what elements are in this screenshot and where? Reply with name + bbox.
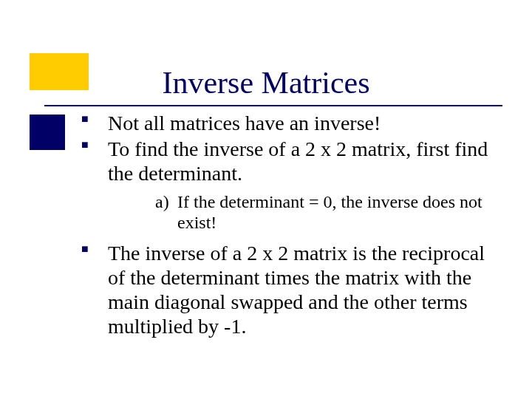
slide-content: Not all matrices have an inverse! To fin… bbox=[81, 111, 495, 340]
bullet-text: Not all matrices have an inverse! bbox=[108, 112, 381, 134]
bullet-item: To find the inverse of a 2 x 2 matrix, f… bbox=[81, 137, 495, 233]
sub-text: If the determinant = 0, the inverse does… bbox=[177, 191, 495, 233]
bullet-text: The inverse of a 2 x 2 matrix is the rec… bbox=[108, 242, 485, 338]
sub-item: a) If the determinant = 0, the inverse d… bbox=[155, 191, 495, 233]
bullet-item: Not all matrices have an inverse! bbox=[81, 111, 495, 135]
sub-list: a) If the determinant = 0, the inverse d… bbox=[155, 191, 495, 233]
sub-marker: a) bbox=[155, 191, 177, 233]
bullet-text: To find the inverse of a 2 x 2 matrix, f… bbox=[108, 137, 488, 185]
bullet-list: Not all matrices have an inverse! To fin… bbox=[81, 111, 495, 338]
decor-navy-box bbox=[30, 115, 65, 150]
bullet-item: The inverse of a 2 x 2 matrix is the rec… bbox=[81, 241, 495, 338]
title-underline bbox=[44, 105, 502, 106]
slide-title: Inverse Matrices bbox=[0, 65, 532, 100]
